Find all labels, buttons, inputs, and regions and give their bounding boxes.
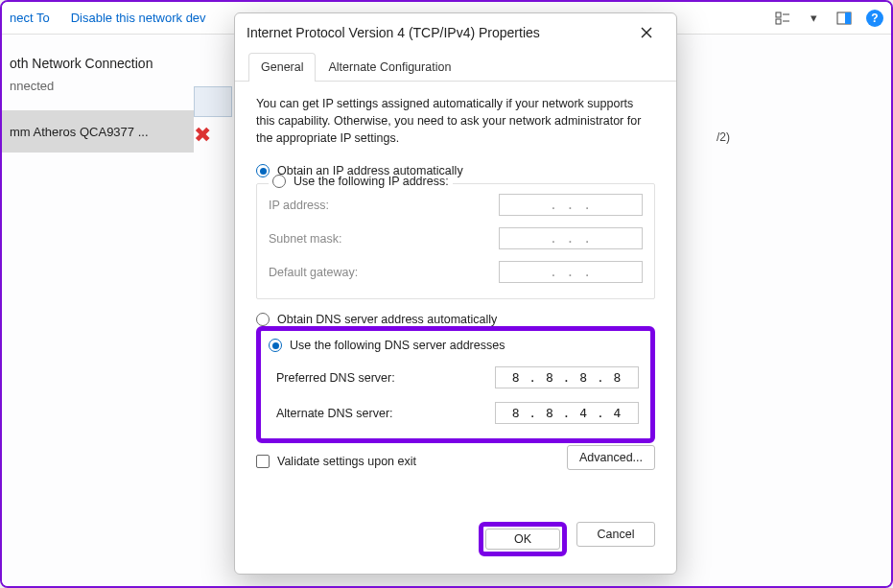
ip-manual-group: Use the following IP address: IP address… — [256, 183, 655, 299]
ok-highlight: OK — [479, 522, 567, 556]
subnet-mask-input: . . . — [499, 227, 643, 249]
toolbar-connect-to[interactable]: nect To — [10, 11, 50, 25]
connection-status: nnected — [2, 71, 194, 110]
help-icon[interactable]: ? — [866, 10, 883, 27]
dialog-title: Internet Protocol Version 4 (TCP/IPv4) P… — [247, 25, 540, 40]
dialog-titlebar: Internet Protocol Version 4 (TCP/IPv4) P… — [235, 13, 676, 52]
radio-dns-auto-label: Obtain DNS server address automatically — [277, 313, 497, 326]
selected-adapter-row[interactable]: mm Atheros QCA9377 ... — [2, 110, 194, 153]
disabled-x-icon: ✖ — [194, 123, 217, 148]
radio-icon — [272, 175, 286, 188]
alternate-dns-label: Alternate DNS server: — [276, 407, 393, 420]
ok-button[interactable]: OK — [485, 529, 560, 550]
radio-icon — [256, 313, 270, 326]
svg-rect-1 — [776, 19, 781, 24]
tab-alternate-configuration[interactable]: Alternate Configuration — [316, 53, 463, 82]
dialog-tabstrip: General Alternate Configuration — [235, 52, 676, 82]
radio-ip-manual-label: Use the following IP address: — [294, 175, 449, 188]
connection-name: oth Network Connection — [2, 56, 194, 71]
intro-text: You can get IP settings assigned automat… — [256, 95, 655, 147]
network-adapter-icon — [194, 86, 232, 117]
cancel-button[interactable]: Cancel — [576, 522, 655, 547]
dns-manual-highlight: Use the following DNS server addresses P… — [256, 326, 655, 443]
svg-rect-0 — [776, 12, 781, 17]
adapter-label: mm Atheros QCA9377 ... — [10, 125, 149, 139]
ip-address-input: . . . — [499, 194, 643, 216]
close-button[interactable] — [628, 18, 665, 47]
dialog-footer: OK Cancel — [235, 508, 676, 574]
preferred-dns-label: Preferred DNS server: — [276, 371, 395, 385]
advanced-button[interactable]: Advanced... — [567, 445, 655, 470]
alternate-dns-input[interactable]: 8 . 8 . 4 . 4 — [495, 402, 639, 424]
radio-dns-manual[interactable]: Use the following DNS server addresses — [269, 337, 643, 360]
preview-pane-icon[interactable] — [835, 10, 853, 27]
preferred-dns-input[interactable]: 8 . 8 . 8 . 8 — [495, 366, 639, 388]
default-gateway-label: Default gateway: — [269, 266, 358, 279]
tab-general[interactable]: General — [248, 53, 316, 82]
default-gateway-input: . . . — [499, 261, 643, 283]
truncated-text-fragment: /2) — [717, 130, 730, 144]
ip-address-label: IP address: — [269, 199, 329, 212]
svg-rect-5 — [845, 12, 851, 24]
radio-ip-manual[interactable]: Use the following IP address: — [269, 175, 453, 188]
subnet-mask-label: Subnet mask: — [269, 232, 341, 246]
chevron-down-icon[interactable]: ▾ — [805, 10, 822, 27]
radio-icon — [269, 339, 282, 352]
radio-dns-manual-label: Use the following DNS server addresses — [290, 339, 505, 352]
toolbar-disable-device[interactable]: Disable this network dev — [71, 11, 206, 25]
view-options-icon[interactable] — [774, 10, 791, 27]
ipv4-properties-dialog: Internet Protocol Version 4 (TCP/IPv4) P… — [234, 12, 677, 575]
radio-icon — [256, 164, 270, 177]
